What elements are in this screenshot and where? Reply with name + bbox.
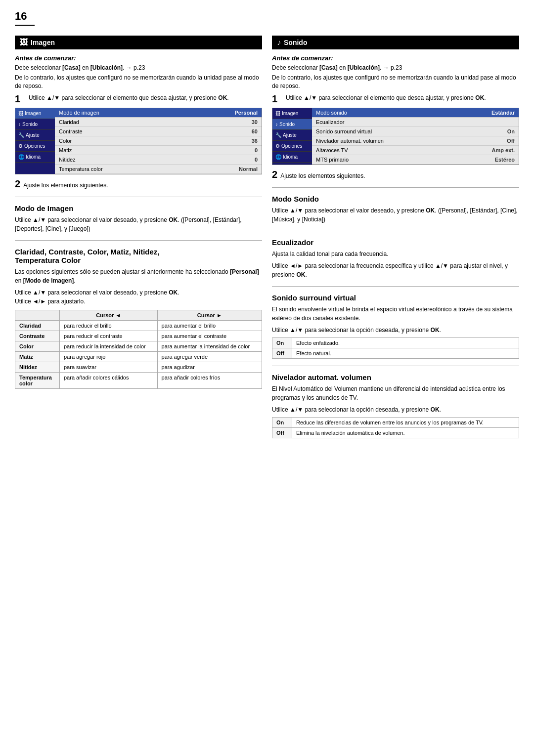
nivelador-title: Nivelador automat. volumen xyxy=(272,373,519,381)
sonido-title: Sonido xyxy=(284,39,307,46)
row-contraste-left: para reducir el contraste xyxy=(60,331,158,341)
sonido-header: ♪ Sonido xyxy=(272,36,519,49)
right-column: ♪ Sonido Antes de comenzar: Debe selecci… xyxy=(272,36,519,441)
nivelador-on-label: On xyxy=(272,418,292,428)
imagen-antes-title: Antes de comenzar: xyxy=(15,54,262,62)
sidebar-imagen: 🖼Imagen xyxy=(15,108,55,119)
table-row: Temperatura color para añadir colores cá… xyxy=(15,373,262,389)
imagen-antes: Antes de comenzar: Debe seleccionar [Cas… xyxy=(15,54,262,90)
imagen-tv-content: Modo de imagen Personal Claridad 30 Cont… xyxy=(55,108,262,174)
surround-row-on: On Efecto enfatizado. xyxy=(272,338,519,348)
modo-imagen-title: Modo de Imagen xyxy=(15,204,262,212)
row-claridad-left: para reducir el brillo xyxy=(60,321,158,331)
left-column: 🖼 Imagen Antes de comenzar: Debe selecci… xyxy=(15,36,262,441)
row-nitidez-left: para suavizar xyxy=(60,362,158,373)
row-color-left: para reducir la intensidad de color xyxy=(60,341,158,352)
surround-on-label: On xyxy=(272,338,292,348)
modo-imagen-section: Modo de Imagen Utilice ▲/▼ para seleccio… xyxy=(15,204,262,233)
sonido-tv-menu: 🖼Imagen ♪Sonido 🔧Ajuste ⚙Opciones 🌐Idiom… xyxy=(272,108,519,165)
s-sidebar-idioma: 🌐Idioma xyxy=(272,152,312,163)
imagen-tv-sidebar: 🖼Imagen ♪Sonido 🔧Ajuste ⚙Opciones 🌐Idiom… xyxy=(15,108,55,174)
sonido-antes-line2: De lo contrario, los ajustes que configu… xyxy=(272,74,519,90)
nivelador-table: On Reduce las diferencias de volumen ent… xyxy=(272,417,519,438)
row-matiz-right: para agregar verde xyxy=(157,352,262,362)
nivelador-off-value: Elimina la nivelación automática de volu… xyxy=(292,428,519,438)
nivelador-row-on: On Reduce las diferencias de volumen ent… xyxy=(272,418,519,428)
col-cursor-left: Cursor ◄ xyxy=(60,310,158,321)
imagen-antes-line1: Debe seleccionar [Casa] en [Ubicación]. … xyxy=(15,64,262,72)
nivelador-desc: El Nivel Automático del Volumen mantiene… xyxy=(272,384,519,402)
sonido-step1-text: Utilice ▲/▼ para seleccionar el elemento… xyxy=(286,94,486,104)
nivelador-off-label: Off xyxy=(272,428,292,438)
row-claridad-label: Claridad xyxy=(15,321,60,331)
imagen-antes-line2: De lo contrario, los ajustes que configu… xyxy=(15,74,262,90)
sonido-tv-sidebar: 🖼Imagen ♪Sonido 🔧Ajuste ⚙Opciones 🌐Idiom… xyxy=(272,108,312,165)
row-contraste-label: Contraste xyxy=(15,331,60,341)
row-claridad-right: para aumentar el brillo xyxy=(157,321,262,331)
surround-step: Utilice ▲/▼ para seleccionar la opción d… xyxy=(272,326,519,335)
sidebar-ajuste: 🔧Ajuste xyxy=(15,130,55,141)
s-tv-row-nivel: Nivelador automat. volumen Off xyxy=(312,136,519,146)
imagen-icon: 🖼 xyxy=(20,38,28,47)
tv-row-nitidez: Nitidez 0 xyxy=(55,155,262,165)
surround-section: Sonido surround virtual El sonido envolv… xyxy=(272,294,519,359)
row-matiz-left: para agregar rojo xyxy=(60,352,158,362)
tv-row-matiz: Matiz 0 xyxy=(55,146,262,155)
nivelador-on-value: Reduce las diferencias de volumen entre … xyxy=(292,418,519,428)
sidebar-idioma: 🌐Idioma xyxy=(15,152,55,163)
surround-on-value: Efecto enfatizado. xyxy=(292,338,519,348)
modo-sonido-title: Modo Sonido xyxy=(272,195,519,203)
row-temp-right: para añadir colores fríos xyxy=(157,373,262,389)
surround-off-value: Efecto natural. xyxy=(292,348,519,359)
row-contraste-right: para aumentar el contraste xyxy=(157,331,262,341)
modo-imagen-desc: Utilice ▲/▼ para seleccionar el valor de… xyxy=(15,215,262,233)
table-row: Nitidez para suavizar para agudizar xyxy=(15,362,262,373)
cursor-table: Cursor ◄ Cursor ► Claridad para reducir … xyxy=(15,310,262,389)
row-matiz-label: Matiz xyxy=(15,352,60,362)
table-row: Claridad para reducir el brillo para aum… xyxy=(15,321,262,331)
s-sidebar-sonido: ♪Sonido xyxy=(272,119,312,130)
imagen-tv-menu: 🖼Imagen ♪Sonido 🔧Ajuste ⚙Opciones 🌐Idiom… xyxy=(15,108,262,174)
surround-title: Sonido surround virtual xyxy=(272,294,519,302)
table-row: Color para reducir la intensidad de colo… xyxy=(15,341,262,352)
nivelador-section: Nivelador automat. volumen El Nivel Auto… xyxy=(272,373,519,438)
ecualizador-step: Utilice ◄/► para seleccionar la frecuenc… xyxy=(272,261,519,279)
imagen-title: Imagen xyxy=(31,39,55,46)
s-tv-row-surround: Sonido surround virtual On xyxy=(312,127,519,136)
claridad-intro: Las opciones siguientes sólo se pueden a… xyxy=(15,267,262,285)
surround-row-off: Off Efecto natural. xyxy=(272,348,519,359)
row-color-right: para aumentar la intensidad de color xyxy=(157,341,262,352)
s-sidebar-ajuste: 🔧Ajuste xyxy=(272,130,312,141)
sidebar-opciones: ⚙Opciones xyxy=(15,141,55,152)
modo-sonido-section: Modo Sonido Utilice ▲/▼ para seleccionar… xyxy=(272,195,519,224)
col-cursor-right: Cursor ► xyxy=(157,310,262,321)
row-temp-left: para añadir colores cálidos xyxy=(60,373,158,389)
ecualizador-title: Ecualizador xyxy=(272,238,519,247)
tv-row-claridad: Claridad 30 xyxy=(55,118,262,127)
tv-row-temp-color: Temperatura color Normal xyxy=(55,165,262,174)
surround-desc: El sonido envolvente virtual le brinda e… xyxy=(272,305,519,323)
sonido-step1: 1 Utilice ▲/▼ para seleccionar el elemen… xyxy=(272,94,519,104)
tv-row-contraste: Contraste 60 xyxy=(55,127,262,136)
imagen-step1: 1 Utilice ▲/▼ para seleccionar el elemen… xyxy=(15,94,262,104)
nivelador-step: Utilice ▲/▼ para seleccionar la opción d… xyxy=(272,405,519,414)
claridad-section: Claridad, Contraste, Color, Matiz, Nitid… xyxy=(15,248,262,389)
sonido-tv-content: Modo sonido Estándar Ecualizador Sonido … xyxy=(312,108,519,165)
table-row: Matiz para agregar rojo para agregar ver… xyxy=(15,352,262,362)
imagen-step2: 2 Ajuste los elementos siguientes. xyxy=(15,178,262,190)
row-color-label: Color xyxy=(15,341,60,352)
tv-row-modo-imagen: Modo de imagen Personal xyxy=(55,108,262,118)
col-empty xyxy=(15,310,60,321)
row-nitidez-right: para agudizar xyxy=(157,362,262,373)
tv-row-color: Color 36 xyxy=(55,136,262,146)
row-nitidez-label: Nitidez xyxy=(15,362,60,373)
s-tv-row-modo: Modo sonido Estándar xyxy=(312,108,519,118)
sidebar-sonido: ♪Sonido xyxy=(15,119,55,130)
sonido-step2: 2 Ajuste los elementos siguientes. xyxy=(272,169,519,180)
nivelador-row-off: Off Elimina la nivelación automática de … xyxy=(272,428,519,438)
surround-table: On Efecto enfatizado. Off Efecto natural… xyxy=(272,337,519,359)
s-tv-row-altavoz: Altavoces TV Amp ext. xyxy=(312,146,519,155)
s-sidebar-opciones: ⚙Opciones xyxy=(272,141,312,152)
ecualizador-section: Ecualizador Ajusta la calidad tonal para… xyxy=(272,238,519,279)
ecualizador-desc: Ajusta la calidad tonal para cada frecue… xyxy=(272,250,519,258)
